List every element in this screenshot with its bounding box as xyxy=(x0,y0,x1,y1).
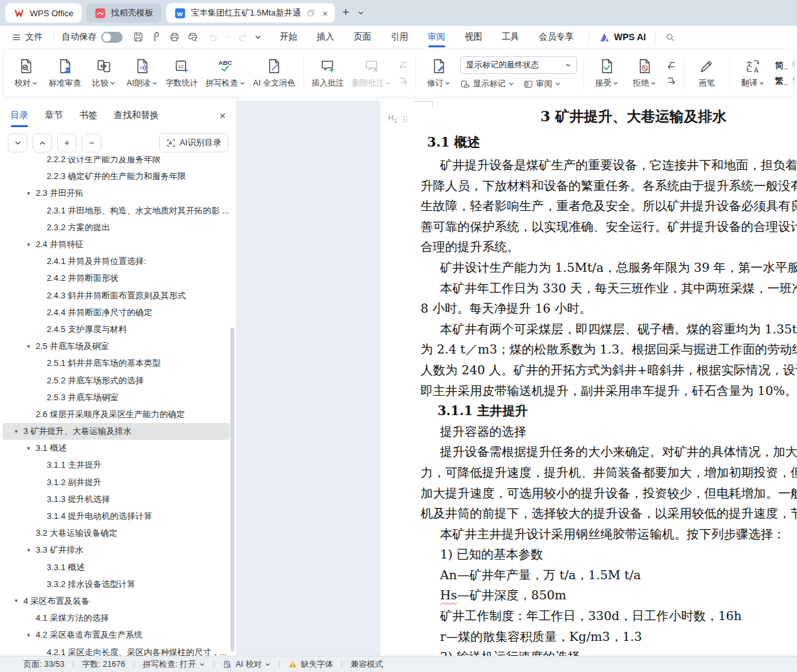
doc-line[interactable]: 即主井采用皮带输送机提升，副井采用串车提升，矸石含量为 10%。 xyxy=(421,381,797,402)
reject-button[interactable]: 拒绝 xyxy=(626,56,663,91)
menu-tab-0[interactable]: 开始 xyxy=(270,26,307,48)
toc-item[interactable]: 2.4.2 井筒断面形状 xyxy=(0,270,230,287)
toc-item[interactable]: 3.3.1 概述 xyxy=(0,559,230,576)
wps-ai-button[interactable]: WPS AI xyxy=(595,31,650,43)
toc-item[interactable]: 2.5.1 斜井井底车场的基本类型 xyxy=(0,355,230,372)
toc-item[interactable]: 2.5.3 井底车场硐室 xyxy=(0,389,230,406)
toc-arrow-icon[interactable]: ▼ xyxy=(26,242,36,248)
print-button[interactable] xyxy=(167,29,182,45)
doc-line[interactable]: 提升容器的选择 xyxy=(421,422,797,442)
toc-item[interactable]: 2.2.3 确定矿井的生产能力和服务年限 xyxy=(0,168,230,185)
next-change-button[interactable] xyxy=(667,76,676,86)
menu-tab-3[interactable]: 引用 xyxy=(381,26,418,48)
doc-line[interactable]: 2) 输送机运行速度的选择 xyxy=(421,647,797,656)
doc-line[interactable]: 人数为 240 人。矿井的开拓方式为斜井+暗斜井，根据实际情况，设计采用两套提 xyxy=(421,360,797,381)
doc-line[interactable]: 矿井提升设备是煤矿生产的重要设备，它连接井下和地面，担负着提升煤炭和 xyxy=(421,155,797,176)
translate-button[interactable]: 文A翻译 xyxy=(734,56,772,91)
track-changes-button[interactable]: 修订 xyxy=(420,56,458,91)
tab-active-document[interactable]: W 宝丰集团红五矿1.5Mta新井通 × xyxy=(166,3,336,23)
menu-tab-5[interactable]: 视图 xyxy=(455,26,492,48)
tab-list-chevron-icon[interactable] xyxy=(356,10,365,16)
toc-item[interactable]: 4.2.1 采区走向长度、采区内各种煤柱的尺寸，... xyxy=(0,643,230,656)
ai-recognize-toc-button[interactable]: AI识别目录 xyxy=(159,133,228,152)
page-indicator[interactable]: 页面: 33/53 xyxy=(23,659,64,670)
section-heading[interactable]: 3.1 概述 xyxy=(421,129,797,155)
spell-check-button[interactable]: ABC拼写检查 xyxy=(202,56,249,91)
toc-item[interactable]: 2.4.4 井筒断面净尺寸的确定 xyxy=(0,304,230,321)
menu-tab-4[interactable]: 审阅 xyxy=(418,26,455,48)
markup-state-dropdown[interactable]: 显示标记的最终状态 xyxy=(460,56,577,74)
toc-item[interactable]: ▼4.2 采区巷道布置及生产系统 xyxy=(0,627,230,643)
toc-collapse-all-button[interactable]: − xyxy=(82,134,101,152)
spellcheck-status[interactable]: 拼写检查: 打开 xyxy=(143,659,205,670)
close-tab-icon[interactable]: × xyxy=(321,8,330,18)
quickbar-more-chevron-icon[interactable] xyxy=(252,32,264,43)
toc-item[interactable]: 2.4.1 井筒及井筒位置选择: xyxy=(0,253,230,270)
toc-item[interactable]: 4.1 采煤方法的选择 xyxy=(0,610,230,627)
doc-line[interactable]: 矿井设计生产能力为 1.5Mt/a，总服务年限为 39 年，第一水平服务年限为 … xyxy=(421,258,797,278)
toc-collapse-up-button[interactable] xyxy=(32,134,52,152)
tab-wps-office[interactable]: WPS Office xyxy=(5,3,82,23)
undo-chevron-icon[interactable] xyxy=(223,32,232,42)
review-pane-button[interactable]: 审阅 xyxy=(523,78,561,90)
ai-polish-button[interactable]: AI 全文润色 xyxy=(249,56,299,91)
proofread-button[interactable]: 校对 xyxy=(7,56,45,91)
toc-arrow-icon[interactable]: ▼ xyxy=(14,429,23,435)
autosave-toggle[interactable] xyxy=(101,32,123,43)
toc-item[interactable]: 2.4.3 斜井井筒断面布置原则及其形式 xyxy=(0,287,230,304)
doc-line[interactable]: 本矿井年工作日为 330 天，每天三班作业，其中两班采煤，一班准备。每班 xyxy=(421,278,797,299)
show-markup-button[interactable]: 显示标记 xyxy=(460,78,514,90)
accept-button[interactable]: 接受 xyxy=(588,56,626,91)
chapter-title[interactable]: 3 矿井提升、大巷运输及排水 xyxy=(421,103,797,129)
close-sidebar-icon[interactable]: × xyxy=(219,110,226,121)
toc-item[interactable]: 3.1.4 提升电动机的选择计算 xyxy=(0,508,230,525)
sidebar-tab-1[interactable]: 章节 xyxy=(45,101,63,130)
toc-item[interactable]: 2.3.2 方案的提出 xyxy=(0,219,230,236)
toc-item[interactable]: ▼3.3 矿井排水 xyxy=(0,542,230,558)
document-page[interactable]: H1 3 矿井提升、大巷运输及排水 3.1 概述矿井提升设备是煤矿生产的重要设备… xyxy=(380,101,797,656)
sidebar-tab-2[interactable]: 书签 xyxy=(79,101,97,130)
menu-tab-6[interactable]: 工具 xyxy=(492,26,529,48)
open-in-window-icon[interactable] xyxy=(306,8,315,18)
heading-level-marker[interactable]: H1 xyxy=(388,114,409,124)
word-count-button[interactable]: 12字数统计 xyxy=(162,56,202,91)
toc-item[interactable]: ▼2.5 井底车场及硐室 xyxy=(0,338,230,355)
doc-line[interactable]: 提升设备需根据提升任务的大小来确定。对矿井的具体情况，加大提升设备的 xyxy=(421,442,797,462)
doc-line[interactable]: r—煤的散集容积质量，Kg/m3，1.3 xyxy=(421,627,797,647)
toc-item[interactable]: 2.4.5 支护厚度与材料 xyxy=(0,321,230,338)
toc-item[interactable]: ▼2.3 井田开拓 xyxy=(0,185,230,202)
toc-item[interactable]: ▼2.4 井筒特征 xyxy=(0,236,230,253)
toc-arrow-icon[interactable]: ▼ xyxy=(14,598,23,604)
toc-item[interactable]: ▼3 矿井提升、大巷运输及排水 xyxy=(3,423,230,440)
standard-review-button[interactable]: 标准审查 xyxy=(45,56,85,91)
insert-comment-button[interactable]: 插入批注 xyxy=(308,56,348,91)
simplified-to-traditional-button[interactable]: 简→转繁 xyxy=(775,60,794,71)
doc-line[interactable]: 升降人员，下放材料和设备的繁重任务。各系统由于提升系统一般没有备用设备， xyxy=(421,176,797,197)
ink-pen-button[interactable]: 画笔 xyxy=(688,56,726,91)
tab-docer-templates[interactable]: 找稻壳模板 xyxy=(86,3,162,23)
doc-line[interactable]: 1) 已知的基本参数 xyxy=(421,544,797,565)
toc-expand-all-button[interactable]: + xyxy=(57,134,77,152)
search-icon[interactable] xyxy=(661,30,680,44)
doc-line[interactable]: An—矿井年产量，万 t/a，1.5M t/a xyxy=(421,565,797,586)
new-tab-button[interactable]: + xyxy=(339,6,352,21)
toc-arrow-icon[interactable]: ▼ xyxy=(26,191,36,197)
ai-read-button[interactable]: AI朗读 xyxy=(123,56,162,91)
toc-arrow-icon[interactable]: ▼ xyxy=(26,547,36,553)
drag-handle-icon[interactable] xyxy=(402,115,409,123)
doc-line[interactable]: 机及井筒的前提下，选择较大的提升设备，以采用较低的提升速度，节省电耗。 xyxy=(421,503,797,524)
toc-arrow-icon[interactable]: ▼ xyxy=(26,446,36,451)
previous-change-button[interactable] xyxy=(667,60,676,70)
toc-item[interactable]: 3.1.1 主井提升 xyxy=(0,457,230,474)
toc-item[interactable]: ▼4 采区布置及装备 xyxy=(0,593,230,610)
sidebar-scrollbar[interactable] xyxy=(230,328,234,652)
menu-tab-2[interactable]: 页面 xyxy=(344,26,381,48)
compare-button[interactable]: 比较 xyxy=(85,56,123,91)
doc-line[interactable]: 善可靠的保护系统，以实现准确、安全运行。矿井提升设备的合理设计，主要取决 xyxy=(421,217,797,237)
file-menu-button[interactable]: 文件 xyxy=(6,31,48,43)
sidebar-tab-0[interactable]: 目录 xyxy=(10,101,29,130)
toc-expand-down-button[interactable] xyxy=(8,134,27,152)
doc-line[interactable]: 本矿井主井提升设计采用钢丝绳胶带运输机。按下列步骤选择： xyxy=(421,524,797,545)
toc-item[interactable]: 2.3.1 井田地形、构造、水文地质对其开拓的影 ... xyxy=(0,202,230,219)
toc-item[interactable]: ▼3.1 概述 xyxy=(0,440,230,457)
